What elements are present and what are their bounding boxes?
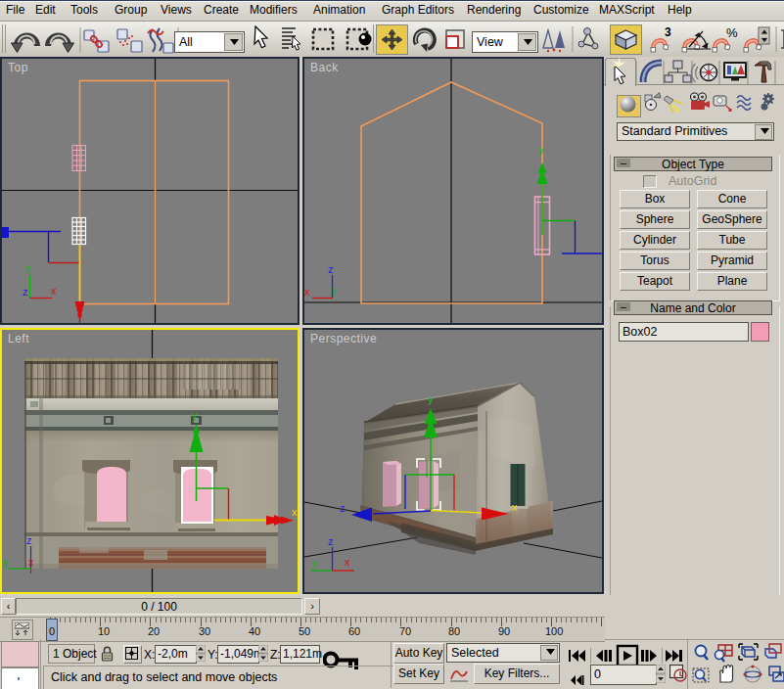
svg-text:x: x	[512, 501, 518, 513]
svg-text:z: z	[23, 286, 28, 298]
svg-text:y: y	[428, 393, 434, 405]
svg-text:z: z	[26, 534, 32, 546]
svg-text:x: x	[51, 285, 57, 297]
svg-text:y: y	[192, 410, 198, 422]
svg-text:y: y	[538, 144, 544, 156]
svg-text:z: z	[328, 535, 334, 547]
svg-text:y: y	[312, 557, 318, 569]
svg-text:%: %	[726, 25, 738, 40]
svg-text:z: z	[340, 502, 346, 514]
svg-text:z: z	[328, 263, 334, 275]
svg-text:y: y	[25, 262, 31, 274]
svg-text:3: 3	[665, 25, 671, 39]
svg-text:y: y	[3, 556, 9, 568]
svg-text:x: x	[292, 506, 298, 518]
svg-text:x: x	[304, 286, 310, 298]
svg-text:x: x	[345, 556, 350, 568]
